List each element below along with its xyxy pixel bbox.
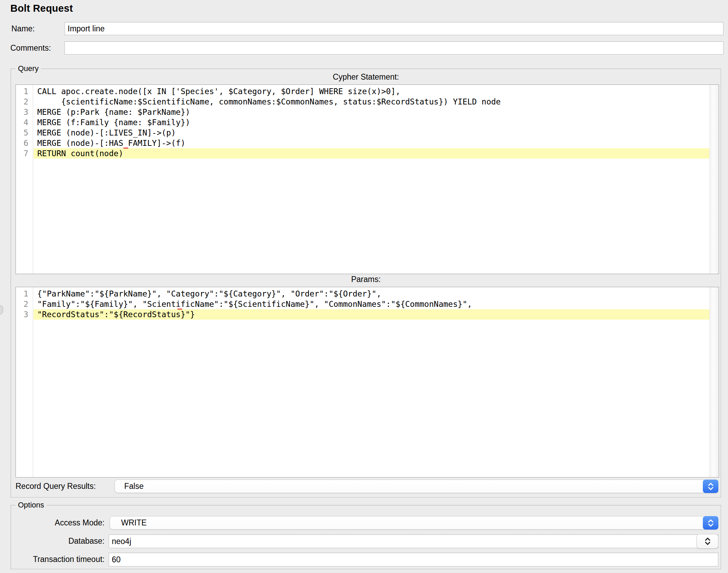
- query-group-title: Query: [16, 64, 41, 73]
- params-editor[interactable]: 123 {"ParkName":"${ParkName}", "Category…: [16, 287, 719, 478]
- comments-label: Comments:: [10, 41, 51, 54]
- query-group: Query Cypher Statement: 1234567 CALL apo…: [11, 69, 721, 497]
- code-line: "RecordStatus":"${RecordStatus}"}: [33, 309, 709, 320]
- line-number: 3: [16, 107, 33, 117]
- line-number: 1: [16, 289, 33, 299]
- line-number: 7: [16, 148, 33, 159]
- line-number: 2: [16, 299, 33, 309]
- params-label: Params:: [11, 275, 721, 284]
- spellcheck-underline: [124, 148, 128, 149]
- code-line: RETURN count(node): [33, 148, 709, 159]
- name-input[interactable]: [65, 22, 724, 35]
- record-query-results-select[interactable]: False: [115, 480, 718, 493]
- code-line: MERGE (node)-[:LIVES_IN]->(p): [37, 128, 709, 138]
- name-label: Name:: [11, 22, 35, 35]
- code-line: MERGE (p:Park {name: $ParkName}): [37, 107, 709, 117]
- params-code-area[interactable]: {"ParkName":"${ParkName}", "Category":"$…: [33, 287, 709, 477]
- chevron-up-down-icon: [703, 480, 718, 493]
- line-number: 5: [16, 128, 33, 138]
- params-line-number-gutter: 123: [16, 287, 33, 477]
- line-number: 2: [16, 97, 33, 107]
- transaction-timeout-label: Transaction timeout:: [14, 552, 105, 566]
- line-number: 6: [16, 138, 33, 148]
- cypher-statement-label: Cypher Statement:: [11, 72, 721, 82]
- database-combo: [109, 534, 718, 548]
- cypher-code-area[interactable]: CALL apoc.create.node([x IN ['Species', …: [33, 85, 709, 274]
- line-number: 3: [16, 309, 33, 320]
- chevron-up-down-icon[interactable]: [697, 534, 718, 549]
- cypher-line-number-gutter: 1234567: [16, 85, 33, 274]
- cypher-statement-editor[interactable]: 1234567 CALL apoc.create.node([x IN ['Sp…: [16, 84, 719, 274]
- line-number: 4: [16, 117, 33, 128]
- access-mode-label: Access Mode:: [14, 516, 105, 530]
- cypher-vertical-scrollbar[interactable]: [709, 85, 719, 274]
- page-title: Bolt Request: [10, 3, 73, 14]
- code-line: MERGE (f:Family {name: $Family}): [37, 117, 709, 128]
- chevron-up-down-icon: [703, 516, 718, 530]
- code-line: CALL apoc.create.node([x IN ['Species', …: [37, 86, 709, 97]
- options-group-title: Options: [16, 501, 47, 510]
- database-input[interactable]: [109, 534, 718, 548]
- code-line: {"ParkName":"${ParkName}", "Category":"$…: [37, 289, 709, 299]
- code-line: {scientificName:$ScientificName, commonN…: [37, 97, 709, 107]
- database-label: Database:: [14, 534, 105, 548]
- transaction-timeout-input[interactable]: [109, 553, 718, 566]
- record-query-results-value: False: [124, 480, 144, 493]
- spellcheck-underline: [177, 309, 182, 310]
- comments-input[interactable]: [65, 41, 724, 54]
- access-mode-select[interactable]: WRITE: [110, 516, 718, 530]
- record-query-results-label: Record Query Results:: [16, 479, 96, 493]
- access-mode-value: WRITE: [121, 516, 147, 529]
- params-vertical-scrollbar[interactable]: [709, 287, 719, 477]
- code-line: "Family":"${Family}", "ScientificName":"…: [37, 299, 709, 309]
- splitter-handle[interactable]: [0, 305, 3, 314]
- line-number: 1: [16, 86, 33, 97]
- code-line: MERGE (node)-[:HAS_FAMILY]->(f): [37, 138, 709, 148]
